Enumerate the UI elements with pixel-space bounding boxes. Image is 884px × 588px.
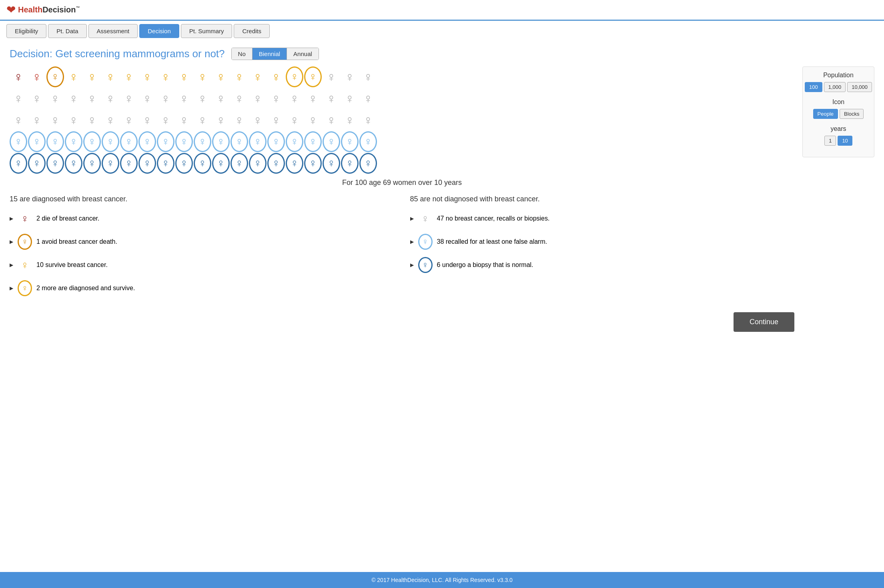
stat-text-no-cancer: 47 no breast cancer, recalls or biopsies… — [437, 215, 550, 222]
for-text: For 100 age 69 women over 10 years — [10, 179, 794, 187]
person-gold-5: ♀ — [138, 66, 156, 87]
person-db-circle-r5-18: ♀ — [323, 153, 340, 174]
icon-grid-container: ♀ ♀ ♀ ♀ ♀ ♀ ♀ ♀ ♀ ♀ ♀ ♀ ♀ ♀ ♀ ♀ ♀ ♀ ♀ ♀ — [10, 66, 874, 332]
person-db-circle-r5-16: ♀ — [286, 153, 303, 174]
person-db-circle-r5-9: ♀ — [157, 153, 174, 174]
person-gray-r2-2: ♀ — [28, 88, 46, 109]
person-gold-9: ♀ — [212, 66, 230, 87]
continue-button[interactable]: Continue — [734, 312, 794, 332]
stat-item-biopsy: ▶ ♀ 6 undergo a biopsy that is normal. — [410, 256, 795, 274]
stats-right-header: 85 are not diagnosed with breast cancer. — [410, 195, 795, 203]
stat-text-diagnosed: 2 more are diagnosed and survive. — [36, 285, 135, 292]
person-gray-r3-18: ♀ — [323, 110, 340, 130]
person-db-circle-r5-14: ♀ — [249, 153, 267, 174]
icon-btn-blocks[interactable]: Blocks — [840, 109, 864, 119]
population-button-group: 100 1,000 10,000 — [808, 82, 869, 92]
person-gray-r2-3: ♀ — [46, 88, 64, 109]
stat-arrow-1: ▶ — [10, 216, 13, 221]
icon-label: Icon — [808, 98, 869, 106]
person-lb-circle-r4-7: ♀ — [120, 131, 138, 152]
stat-text-die: 2 die of breast cancer. — [36, 215, 99, 222]
person-db-circle-r5-11: ♀ — [194, 153, 211, 174]
option-annual[interactable]: Annual — [287, 48, 319, 60]
person-gold-12: ♀ — [267, 66, 285, 87]
main-content: Decision: Get screening mammograms or no… — [0, 41, 884, 572]
pop-btn-1000[interactable]: 1,000 — [824, 82, 846, 92]
person-gold-7: ♀ — [175, 66, 193, 87]
person-lb-circle-r4-17: ♀ — [304, 131, 322, 152]
stats-left-header: 15 are diagnosed with breast cancer. — [10, 195, 394, 203]
stat-arrow-2: ▶ — [10, 239, 13, 245]
person-gray-r3-10: ♀ — [175, 110, 193, 130]
person-gold-2: ♀ — [83, 66, 101, 87]
person-lb-circle-r4-5: ♀ — [83, 131, 101, 152]
stat-arrow-r2: ▶ — [410, 239, 414, 245]
stat-arrow-4: ▶ — [10, 285, 13, 291]
person-lb-circle-r4-3: ♀ — [46, 131, 64, 152]
person-db-circle-r5-10: ♀ — [175, 153, 193, 174]
person-lb-circle-r4-13: ♀ — [231, 131, 248, 152]
population-section: Population 100 1,000 10,000 — [808, 72, 869, 92]
person-gray-r2-11: ♀ — [194, 88, 211, 109]
stat-icon-orange-circle: ♀ — [17, 233, 32, 251]
person-lb-circle-r4-4: ♀ — [65, 131, 82, 152]
person-lb-circle-r4-10: ♀ — [175, 131, 193, 152]
person-gray-r3-15: ♀ — [267, 110, 285, 130]
pop-btn-10000[interactable]: 10,000 — [847, 82, 872, 92]
person-gold-4: ♀ — [120, 66, 138, 87]
person-db-circle-r5-1: ♀ — [10, 153, 27, 174]
person-gray-r3-14: ♀ — [249, 110, 267, 130]
years-btn-10[interactable]: 10 — [838, 136, 852, 146]
logo-tm: ™ — [76, 6, 80, 10]
tab-decision[interactable]: Decision — [139, 24, 179, 38]
decision-title-row: Decision: Get screening mammograms or no… — [10, 48, 874, 60]
years-section: years 1 10 — [808, 125, 869, 146]
person-gray-r2-10: ♀ — [175, 88, 193, 109]
person-gray-r2-16: ♀ — [286, 88, 303, 109]
icon-grid: ♀ ♀ ♀ ♀ ♀ ♀ ♀ ♀ ♀ ♀ ♀ ♀ ♀ ♀ ♀ ♀ ♀ ♀ ♀ ♀ — [10, 66, 794, 332]
person-gray-r3-6: ♀ — [102, 110, 119, 130]
person-db-circle-r5-20: ♀ — [359, 153, 377, 174]
person-gray-r2-6: ♀ — [102, 88, 119, 109]
person-gray-r3-7: ♀ — [120, 110, 138, 130]
person-gray-r2-13: ♀ — [231, 88, 248, 109]
icon-row-3: ♀ ♀ ♀ ♀ ♀ ♀ ♀ ♀ ♀ ♀ ♀ ♀ ♀ ♀ ♀ ♀ ♀ ♀ ♀ ♀ — [10, 110, 794, 130]
continue-row: Continue — [10, 312, 794, 332]
person-gray-r3-17: ♀ — [304, 110, 322, 130]
tab-pt-data[interactable]: Pt. Data — [48, 24, 86, 38]
stat-item-diagnosed: ▶ ♀ 2 more are diagnosed and survive. — [10, 279, 394, 297]
person-orange-circle-1: ♀ — [46, 66, 64, 87]
person-gold-11: ♀ — [249, 66, 267, 87]
person-lb-circle-r4-20: ♀ — [359, 131, 377, 152]
person-gray-r2-12: ♀ — [212, 88, 230, 109]
icon-section: Icon People Blocks — [808, 98, 869, 119]
person-gray-r2-9: ♀ — [157, 88, 174, 109]
option-biennial[interactable]: Biennial — [253, 48, 287, 60]
person-gray-r2-7: ♀ — [120, 88, 138, 109]
person-gray-r2-4: ♀ — [65, 88, 82, 109]
tab-assessment[interactable]: Assessment — [88, 24, 138, 38]
person-gray-r3-2: ♀ — [28, 110, 46, 130]
tab-eligibility[interactable]: Eligibility — [6, 24, 46, 38]
pop-btn-100[interactable]: 100 — [805, 82, 822, 92]
person-gray-r3-8: ♀ — [138, 110, 156, 130]
person-gray-r3-12: ♀ — [212, 110, 230, 130]
stat-icon-light-blue-circle: ♀ — [418, 233, 433, 251]
logo-health: Health — [18, 5, 42, 14]
tab-credits[interactable]: Credits — [234, 24, 270, 38]
option-no[interactable]: No — [232, 48, 253, 60]
person-gray-r2-5: ♀ — [83, 88, 101, 109]
footer-text: © 2017 HealthDecision, LLC. All Rights R… — [371, 577, 513, 583]
icon-btn-people[interactable]: People — [813, 109, 838, 119]
person-gold-10: ♀ — [231, 66, 248, 87]
stat-arrow-3: ▶ — [10, 262, 13, 268]
person-gold-3: ♀ — [102, 66, 119, 87]
person-db-circle-r5-19: ♀ — [341, 153, 359, 174]
person-gray-r2-8: ♀ — [138, 88, 156, 109]
person-dark-red-1: ♀ — [10, 66, 27, 87]
person-gray-1: ♀ — [323, 66, 340, 87]
person-db-circle-r5-12: ♀ — [212, 153, 230, 174]
tab-pt-summary[interactable]: Pt. Summary — [181, 24, 233, 38]
stat-item-no-cancer: ▶ ♀ 47 no breast cancer, recalls or biop… — [410, 210, 795, 227]
years-btn-1[interactable]: 1 — [824, 136, 836, 146]
